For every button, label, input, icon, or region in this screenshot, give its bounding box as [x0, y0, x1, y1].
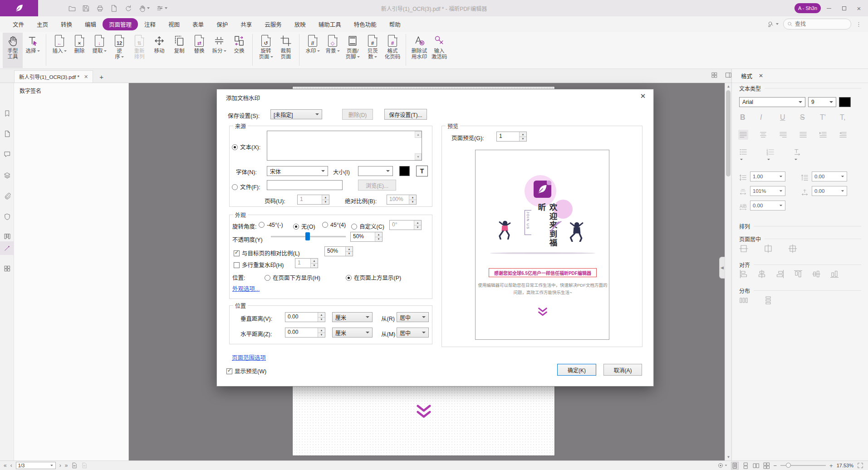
page-range-link[interactable]: 页面范围选项	[232, 353, 266, 362]
ribbon-insert-pages[interactable]: ←插入	[49, 33, 69, 68]
customize-toolbar-icon[interactable]	[156, 5, 167, 12]
menu-tab-转换[interactable]: 转换	[54, 18, 78, 30]
align-top-icon[interactable]	[793, 269, 804, 279]
text-radio[interactable]: 文本(X):	[232, 142, 260, 151]
ribbon-move-pages[interactable]: 移动	[149, 33, 169, 68]
zoom-slider[interactable]	[780, 462, 826, 469]
redo-icon[interactable]	[124, 5, 132, 12]
char_scale-input[interactable]: 101%	[750, 186, 785, 196]
single-page-view-icon[interactable]	[731, 462, 739, 470]
font-select[interactable]: 宋体	[267, 166, 328, 176]
sidebar-quick-tools[interactable]	[0, 241, 14, 255]
show-preview-checkbox[interactable]: 显示预览(W)	[226, 367, 266, 375]
file-radio[interactable]: 文件(F):	[232, 182, 260, 191]
text-style-button[interactable]: T	[416, 166, 428, 176]
ribbon-background[interactable]: ◇背景	[323, 33, 343, 68]
vertical-scrollbar[interactable]: ▲ ▼	[725, 83, 731, 460]
justify-icon[interactable]	[798, 130, 808, 140]
page-preview-spinner[interactable]: 1▲▼	[496, 132, 527, 142]
scroll-up-icon[interactable]: ▲	[725, 83, 732, 90]
hand-tool-icon[interactable]	[138, 5, 150, 12]
print-icon[interactable]	[96, 5, 104, 12]
rotation-option-45[interactable]: 45°(4)	[322, 222, 346, 228]
panel-font-select[interactable]: Arial	[739, 97, 805, 107]
menu-tab-放映[interactable]: 放映	[288, 18, 312, 30]
grid-view-icon[interactable]	[711, 72, 718, 78]
zoom-in-icon[interactable]: +	[829, 462, 833, 469]
panel-collapse-handle[interactable]: ◀	[719, 257, 725, 279]
align-right-icon[interactable]	[775, 269, 785, 279]
distribute-vertical-icon[interactable]	[763, 295, 774, 306]
multiline-checkbox[interactable]: 多行重复水印(H)	[234, 260, 284, 269]
size-select[interactable]	[358, 166, 393, 176]
search-input[interactable]	[795, 21, 840, 27]
center-horizontal-icon[interactable]	[738, 243, 749, 254]
ribbon-split-document[interactable]: 拆分	[209, 33, 229, 68]
opacity-slider[interactable]	[271, 232, 346, 240]
ribbon-delete-pages[interactable]: ×删除	[69, 33, 89, 68]
panel-color-swatch[interactable]	[839, 97, 851, 107]
appearance-options-link[interactable]: 外观选项...	[232, 284, 260, 293]
para_spacing-input[interactable]: 0.00	[812, 171, 847, 181]
continuous-view-icon[interactable]	[742, 462, 749, 469]
position-option-front[interactable]: 在页面上方显示(P)	[346, 273, 401, 282]
opacity-spinner[interactable]: 50%▲▼	[350, 232, 383, 242]
ribbon-select-tool[interactable]: 选择	[23, 33, 43, 68]
char_offset-input[interactable]: 0.00	[812, 186, 847, 196]
last-page-icon[interactable]: »	[65, 462, 68, 469]
menu-tab-表单[interactable]: 表单	[186, 18, 210, 30]
bullet-list-icon[interactable]	[738, 147, 748, 163]
rotation-option-custom[interactable]: 自定义(C)	[351, 222, 384, 230]
side-panel-toggle-icon[interactable]	[725, 72, 732, 78]
sidebar-signatures[interactable]	[0, 210, 14, 224]
format-panel-close-icon[interactable]: ✕	[759, 73, 763, 79]
ribbon-enter-activation-code[interactable]: 输入激活码	[429, 33, 449, 68]
line_spacing-input[interactable]: 1.00	[750, 171, 785, 181]
prev-page-icon[interactable]: ‹	[10, 462, 12, 469]
menu-tab-辅助工具[interactable]: 辅助工具	[312, 18, 348, 30]
save-settings-select[interactable]: [未指定]	[270, 109, 322, 119]
new-tab-button[interactable]: +	[99, 73, 103, 83]
ribbon-format-page-numbers[interactable]: #格式化页码	[383, 33, 402, 68]
numbered-list-icon[interactable]	[765, 147, 775, 163]
font-color-swatch[interactable]	[399, 166, 410, 176]
file-path-input[interactable]	[267, 180, 343, 190]
zoom-percent[interactable]: 17.53%	[837, 463, 853, 468]
ribbon-bates-numbering[interactable]: #贝茨数	[363, 33, 383, 68]
ribbon-swap-pages[interactable]: 交换	[229, 33, 249, 68]
watermark-text-input[interactable]: ▲▼	[267, 131, 422, 161]
center-vertical-icon[interactable]	[763, 243, 774, 254]
italic-icon[interactable]: I	[760, 113, 762, 122]
scroll-down-icon[interactable]: ▼	[725, 454, 732, 460]
previous-view-icon[interactable]	[71, 462, 78, 469]
superscript-icon[interactable]: T'	[820, 113, 826, 122]
bold-icon[interactable]: B	[740, 113, 745, 122]
first-page-icon[interactable]: «	[4, 462, 7, 469]
ok-button[interactable]: 确定(K)	[557, 364, 596, 376]
vertical-distance-spinner[interactable]: 0.00▲▼	[285, 312, 325, 322]
align-right-icon[interactable]	[778, 130, 788, 140]
position-option-behind[interactable]: 在页面下方显示(H)	[265, 273, 320, 282]
save-icon[interactable]	[82, 5, 90, 12]
distribute-horizontal-icon[interactable]	[738, 295, 749, 306]
ribbon-watermark[interactable]: //水印	[303, 33, 323, 68]
menu-tab-注释[interactable]: 注释	[138, 18, 162, 30]
facing-view-icon[interactable]	[753, 462, 760, 469]
panel-size-select[interactable]: 9	[808, 97, 836, 107]
underline-icon[interactable]: U	[780, 113, 785, 122]
sidebar-organize[interactable]	[0, 262, 14, 275]
char_scale-icon[interactable]	[738, 187, 748, 197]
rotation-option-none[interactable]: 无(O)	[293, 222, 315, 230]
sidebar-layers[interactable]	[0, 169, 14, 182]
menu-tab-主页[interactable]: 主页	[30, 18, 54, 30]
format-tab[interactable]: 格式	[741, 72, 752, 80]
para_spacing-icon[interactable]	[800, 173, 809, 182]
subscript-icon[interactable]: T,	[840, 113, 845, 122]
scrollbar-thumb[interactable]	[726, 90, 731, 176]
center-both-icon[interactable]	[787, 243, 798, 254]
ribbon-reverse-pages[interactable]: 12逆序	[109, 33, 129, 68]
vertical-unit-select[interactable]: 厘米	[332, 312, 373, 322]
align-left-icon[interactable]	[738, 130, 748, 140]
horizontal-unit-select[interactable]: 厘米	[332, 328, 373, 338]
document-tab[interactable]: 新人引导(1)_OCR(3).pdf * ✕	[14, 70, 93, 83]
